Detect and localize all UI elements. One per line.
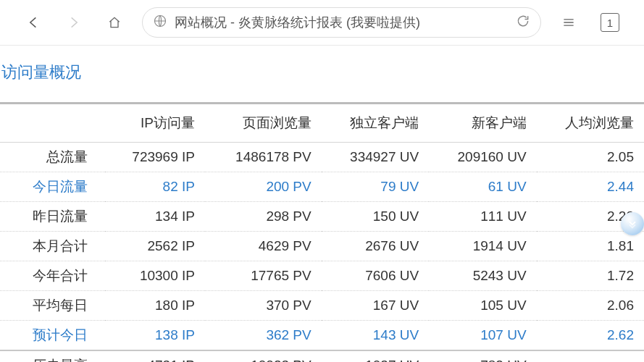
table-row[interactable]: 预计今日138 IP362 PV143 UV107 UV2.62 (0, 321, 644, 351)
cell (537, 350, 644, 362)
history-high-row: 历史最高4731 IP10023 PV1037 UV782 UV (0, 350, 644, 362)
row-label: 历史最高 (0, 350, 105, 362)
col-header: 人均浏览量 (537, 104, 644, 143)
cell: 1914 UV (429, 232, 536, 261)
forward-button[interactable] (54, 2, 94, 43)
cell: 105 UV (429, 291, 536, 321)
globe-icon (153, 14, 167, 32)
table-row[interactable]: 今日流量82 IP200 PV79 UV61 UV2.44 (0, 172, 644, 202)
cell: 209160 UV (429, 143, 536, 172)
cell: 5243 UV (429, 261, 536, 291)
col-header: IP访问量 (105, 104, 205, 143)
table-row: 今年合计10300 IP17765 PV7606 UV5243 UV1.72 (0, 261, 644, 291)
table-row: 昨日流量134 IP298 PV150 UV111 UV2.22 (0, 202, 644, 232)
cell: 4629 PV (205, 232, 322, 261)
col-header: 独立客户端 (322, 104, 429, 143)
table-row: 本月合计2562 IP4629 PV2676 UV1914 UV1.81 (0, 232, 644, 261)
row-label: 预计今日 (0, 321, 105, 351)
cell: 2.44 (537, 172, 644, 202)
cell: 7606 UV (322, 261, 429, 291)
scroll-down-button[interactable] (621, 212, 644, 235)
col-header: 新客户端 (429, 104, 536, 143)
cell: 17765 PV (205, 261, 322, 291)
cell: 334927 UV (322, 143, 429, 172)
cell: 362 PV (205, 321, 322, 351)
cell: 10300 IP (105, 261, 205, 291)
cell: 1.72 (537, 261, 644, 291)
tab-count: 1 (607, 17, 613, 29)
cell: 111 UV (429, 202, 536, 232)
cell: 150 UV (322, 202, 429, 232)
cell: 138 IP (105, 321, 205, 351)
cell: 2.05 (537, 143, 644, 172)
cell: 61 UV (429, 172, 536, 202)
cell: 298 PV (205, 202, 322, 232)
cell: 1486178 PV (205, 143, 322, 172)
row-label: 今日流量 (0, 172, 105, 202)
cell: 167 UV (322, 291, 429, 321)
tabs-button[interactable]: 1 (601, 13, 619, 32)
row-label: 本月合计 (0, 232, 105, 261)
cell: 2.06 (537, 291, 644, 321)
cell: 134 IP (105, 202, 205, 232)
cell: 2.62 (537, 321, 644, 351)
back-button[interactable] (13, 2, 54, 43)
menu-button[interactable] (548, 2, 589, 43)
table-row: 总流量723969 IP1486178 PV334927 UV209160 UV… (0, 143, 644, 172)
section-title: 访问量概况 (0, 62, 644, 83)
row-label: 平均每日 (0, 291, 105, 321)
page-content: 访问量概况 IP访问量 页面浏览量 独立客户端 新客户端 人均浏览量 总流量72… (0, 46, 644, 362)
cell: 782 UV (429, 350, 536, 362)
cell: 180 IP (105, 291, 205, 321)
browser-toolbar: 网站概况 - 炎黄脉络统计报表 (我要啦提供) 1 (0, 0, 644, 46)
cell: 143 UV (322, 321, 429, 351)
cell: 200 PV (205, 172, 322, 202)
cell: 1.81 (537, 232, 644, 261)
cell: 10023 PV (205, 350, 322, 362)
cell: 1037 UV (322, 350, 429, 362)
cell: 723969 IP (105, 143, 205, 172)
col-header (0, 104, 105, 143)
cell: 2676 UV (322, 232, 429, 261)
traffic-table: IP访问量 页面浏览量 独立客户端 新客户端 人均浏览量 总流量723969 I… (0, 102, 644, 362)
row-label: 昨日流量 (0, 202, 105, 232)
cell: 2562 IP (105, 232, 205, 261)
page-title: 网站概况 - 炎黄脉络统计报表 (我要啦提供) (175, 14, 509, 31)
row-label: 总流量 (0, 143, 105, 172)
home-button[interactable] (94, 2, 135, 43)
cell: 107 UV (429, 321, 536, 351)
row-label: 今年合计 (0, 261, 105, 291)
cell: 79 UV (322, 172, 429, 202)
cell: 4731 IP (105, 350, 205, 362)
table-row: 平均每日180 IP370 PV167 UV105 UV2.06 (0, 291, 644, 321)
cell: 370 PV (205, 291, 322, 321)
reload-button[interactable] (516, 14, 530, 32)
col-header: 页面浏览量 (205, 104, 322, 143)
cell: 82 IP (105, 172, 205, 202)
table-header-row: IP访问量 页面浏览量 独立客户端 新客户端 人均浏览量 (0, 104, 644, 143)
address-bar[interactable]: 网站概况 - 炎黄脉络统计报表 (我要啦提供) (142, 7, 541, 38)
